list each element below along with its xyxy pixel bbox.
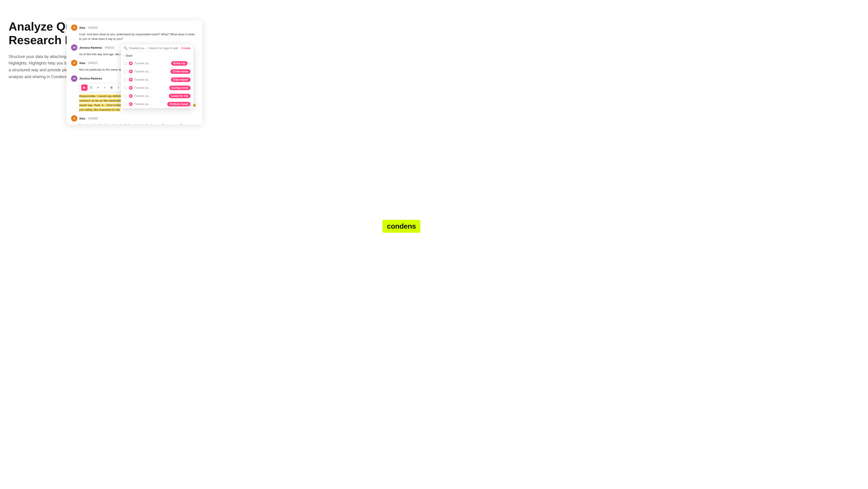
tag-badge-data-import: Data import [171,78,190,82]
tag-project-icon [129,62,133,65]
tag-project-name: Traveler jou... [134,86,167,89]
message-header: A Alex 03:03 [71,25,198,31]
tag-item-during-travel[interactable]: Traveler jou... During travel [121,84,193,92]
avatar: JR [71,44,78,51]
message-text: Like the safety I'm doing doing the fly … [79,123,198,124]
tag-badge-book-trip: Book trip [171,61,188,66]
sender-name: Alex [79,61,85,65]
tag-badge-come-home: Come home [170,69,190,74]
sender-name: Jessica Ramirez [79,46,102,49]
timestamp-badge: 03:17 [87,61,99,64]
tag-project-icon [129,102,133,106]
tag-badge-during-travel: During travel [169,86,190,90]
timestamp-dot [89,27,90,28]
tag-checkbox[interactable] [124,102,127,106]
message-text: Cool. And then what do you understand by… [79,32,198,41]
search-icon: 🔍 [124,46,127,50]
condens-logo: condens [382,220,421,233]
tag-checkbox[interactable] [124,86,127,90]
tag-project-icon [129,70,133,73]
tag-project-name: Traveler jou... [134,94,167,98]
tag-badge-outdoor-travel: Outdoor travel [167,102,190,106]
sender-name: Alex [79,117,85,120]
tag-checkbox[interactable] [124,78,127,82]
list-ul-button[interactable]: ☰ [88,85,94,91]
message-block: A Alex 03:03 Cool. And then what do you … [71,25,198,41]
list-check-button[interactable]: ✓ [102,85,108,91]
timestamp-badge: 03:03 [87,26,99,29]
create-tag-button[interactable]: Create [182,47,190,50]
timestamp-badge: 03:12 [104,46,115,49]
tag-panel: 🔍 Create ‹ Back Traveler jou... Book tri… [121,44,193,108]
tag-item-outdoor-travel[interactable]: Traveler jou... Outdoor travel [121,100,193,108]
condens-logo-text: condens [387,222,416,230]
message-block: A Alex 03:49 Like the safety I'm doing d… [71,115,198,124]
tag-item-leave-for-trip[interactable]: Traveler jou... Leave for trip [121,92,193,100]
message-header: A Alex 03:49 [71,115,198,122]
tag-project-icon [129,86,133,90]
back-label: Back [126,54,133,57]
tag-project-name: Traveler jou... [134,62,169,65]
tag-search-row: 🔍 Create [121,44,193,52]
tag-back-row[interactable]: ‹ Back [121,52,193,59]
tag-badge-leave-for-trip: Leave for trip [169,94,190,98]
tag-project-icon [129,94,133,98]
tag-project-name: Traveler jou... [134,70,168,73]
tag-item-data-import[interactable]: Traveler jou... Data import [121,75,193,84]
tag-item-come-home[interactable]: Traveler jou... Come home [121,67,193,75]
back-chevron-icon: ‹ [124,54,125,57]
timestamp-dot [89,62,90,64]
avatar: A [71,60,78,66]
tag-search-input[interactable] [129,47,180,50]
avatar: A [71,25,78,31]
tag-project-icon [129,78,133,82]
play-button[interactable]: ▶ [81,85,88,91]
italic-button[interactable]: I [115,85,122,91]
list-ol-button[interactable]: ≡ [95,85,101,91]
sender-name: Jessica Ramirez [79,77,102,80]
timestamp-dot [89,118,90,119]
tag-project-name: Traveler jou... [134,102,165,106]
info-icon[interactable]: ℹ [189,62,190,65]
tag-checkbox[interactable] [124,94,127,98]
timestamp-badge: 03:49 [87,117,99,120]
tag-checkbox[interactable] [124,62,127,65]
avatar: A [71,115,78,122]
tag-project-name: Traveler jou... [134,78,169,81]
tag-checkbox[interactable] [124,70,127,73]
bold-button[interactable]: B [108,85,115,91]
avatar: JR [71,75,78,82]
tag-item-book-trip[interactable]: Traveler jou... Book trip ℹ [121,59,193,67]
tag-list: Traveler jou... Book trip ℹ Traveler jou… [121,59,193,108]
sender-name: Alex [79,26,85,29]
timestamp-dot [105,47,107,48]
